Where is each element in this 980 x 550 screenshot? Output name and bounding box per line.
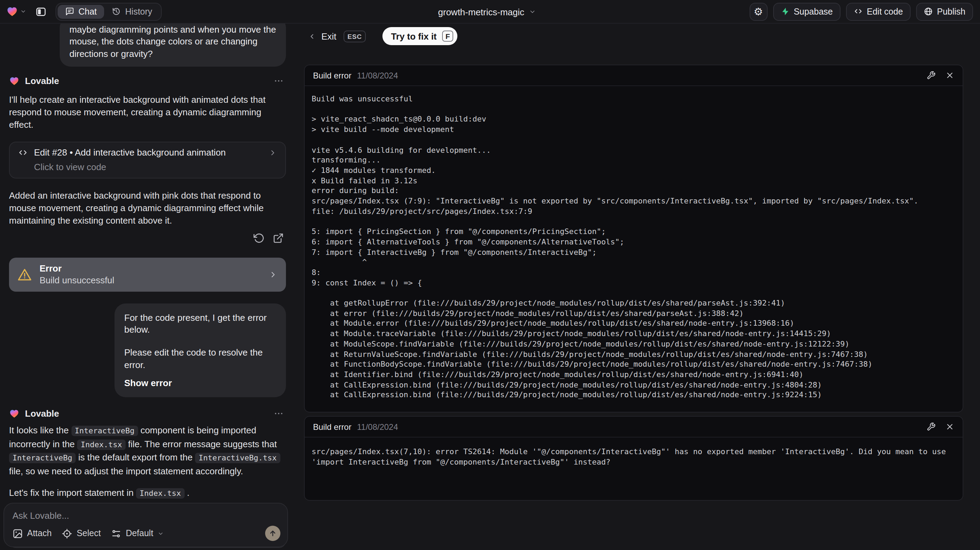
build-error-card-1: Build error 11/08/2024 Build was unsucce… bbox=[304, 65, 963, 413]
edit-code-button[interactable]: Edit code bbox=[846, 2, 911, 21]
chevron-left-icon bbox=[308, 32, 316, 40]
select-label: Select bbox=[77, 528, 101, 538]
more-options-icon[interactable] bbox=[274, 408, 284, 419]
error-overlay-panel: Exit ESC Try to fix it F Build error 11/… bbox=[294, 24, 980, 549]
user-message-line: For the code present, I get the error be… bbox=[124, 312, 276, 336]
topbar-left: Chat History bbox=[6, 2, 162, 21]
assistant-header: Lovable bbox=[9, 74, 286, 88]
assistant-paragraph: I'll help create an interactive backgrou… bbox=[9, 94, 286, 131]
gear-icon: ⚙ bbox=[754, 6, 763, 17]
fix-header: Exit ESC Try to fix it F bbox=[308, 27, 963, 45]
supabase-button[interactable]: Supabase bbox=[773, 2, 840, 21]
user-message-text: maybe diagramming points and when you mo… bbox=[69, 24, 276, 59]
topbar: Chat History growth-metrics-magic ⚙ Supa… bbox=[0, 0, 980, 24]
build-error-title: Build error bbox=[313, 422, 352, 432]
tab-chat[interactable]: Chat bbox=[57, 5, 105, 18]
assistant-name: Lovable bbox=[25, 76, 59, 86]
supabase-bolt-icon bbox=[780, 7, 789, 16]
user-message: maybe diagramming points and when you mo… bbox=[60, 24, 286, 67]
chat-input[interactable] bbox=[13, 510, 279, 526]
chevron-right-icon bbox=[269, 270, 278, 279]
assistant-paragraph: Added an interactive background with pin… bbox=[9, 190, 286, 227]
project-switcher[interactable]: growth-metrics-magic bbox=[438, 0, 536, 24]
edit-28-card[interactable]: Edit #28 • Add interactive background an… bbox=[9, 142, 286, 179]
view-code-label: Click to view code bbox=[34, 162, 277, 172]
edit-code-label: Edit code bbox=[867, 6, 903, 16]
topbar-right: ⚙ Supabase Edit code Publish bbox=[749, 2, 973, 21]
sidebar-toggle-button[interactable] bbox=[33, 3, 49, 20]
try-to-fix-label: Try to fix it bbox=[391, 31, 437, 41]
assistant-name: Lovable bbox=[25, 408, 59, 419]
edit-card-title: Edit #28 • Add interactive background an… bbox=[34, 148, 226, 158]
code-brackets-icon bbox=[18, 148, 28, 158]
open-external-icon[interactable] bbox=[273, 233, 284, 244]
publish-button[interactable]: Publish bbox=[916, 2, 973, 21]
code-brackets-icon bbox=[854, 7, 863, 16]
esc-key-badge: ESC bbox=[343, 30, 366, 42]
select-button[interactable]: Select bbox=[62, 528, 101, 539]
main-layout: maybe diagramming points and when you mo… bbox=[0, 24, 980, 549]
globe-icon bbox=[924, 7, 933, 16]
mode-label: Default bbox=[126, 528, 153, 538]
exit-button[interactable]: Exit bbox=[308, 31, 336, 41]
error-subtitle: Build unsuccessful bbox=[40, 275, 114, 286]
warning-triangle-icon bbox=[18, 267, 32, 282]
assistant-paragraph: It looks like the InteractiveBg componen… bbox=[9, 425, 286, 478]
chevron-down-icon bbox=[20, 8, 26, 14]
tab-history-label: History bbox=[125, 6, 152, 16]
image-icon bbox=[13, 528, 23, 539]
assistant-header: Lovable bbox=[9, 407, 286, 421]
build-error-banner[interactable]: Error Build unsuccessful bbox=[9, 258, 286, 292]
mode-dropdown[interactable]: Default bbox=[111, 528, 164, 539]
supabase-label: Supabase bbox=[794, 6, 833, 16]
settings-button[interactable]: ⚙ bbox=[749, 2, 767, 21]
view-switcher: Chat History bbox=[56, 2, 162, 21]
app-window: Chat History growth-metrics-magic ⚙ Supa… bbox=[0, 0, 980, 550]
tab-history[interactable]: History bbox=[105, 5, 160, 18]
attach-label: Attach bbox=[27, 528, 52, 538]
build-error-header: Build error 11/08/2024 bbox=[305, 417, 963, 437]
chevron-right-icon bbox=[269, 148, 277, 157]
chevron-down-icon bbox=[529, 8, 536, 15]
chat-panel: maybe diagramming points and when you mo… bbox=[0, 24, 294, 549]
publish-label: Publish bbox=[937, 6, 966, 16]
build-error-title: Build error bbox=[313, 70, 352, 80]
wrench-icon[interactable] bbox=[927, 71, 935, 80]
send-button[interactable] bbox=[265, 526, 280, 541]
error-texts: Error Build unsuccessful bbox=[40, 263, 114, 286]
message-actions bbox=[9, 233, 286, 244]
show-error-link[interactable]: Show error bbox=[124, 377, 276, 389]
lovable-heart-icon bbox=[9, 408, 19, 419]
history-clock-icon bbox=[112, 7, 121, 16]
build-log: src/pages/Index.tsx(7,10): error TS2614:… bbox=[305, 437, 963, 500]
build-log: Build was unsuccessful > vite_react_shad… bbox=[305, 86, 963, 412]
user-message-line: Please edit the code to resolve the erro… bbox=[124, 347, 276, 371]
build-error-header: Build error 11/08/2024 bbox=[305, 65, 963, 86]
exit-label: Exit bbox=[321, 31, 336, 41]
project-name: growth-metrics-magic bbox=[438, 6, 524, 17]
refresh-icon[interactable] bbox=[253, 233, 264, 244]
try-to-fix-button[interactable]: Try to fix it F bbox=[383, 27, 457, 45]
user-message: For the code present, I get the error be… bbox=[115, 303, 286, 398]
build-error-date: 11/08/2024 bbox=[357, 70, 398, 80]
attach-button[interactable]: Attach bbox=[13, 528, 52, 539]
lovable-heart-icon bbox=[9, 76, 19, 86]
chevron-down-icon bbox=[158, 530, 164, 536]
more-options-icon[interactable] bbox=[274, 76, 284, 86]
build-error-card-2: Build error 11/08/2024 src/pages/Index.t… bbox=[304, 416, 963, 501]
chat-bubble-icon bbox=[65, 7, 74, 16]
close-icon[interactable] bbox=[945, 71, 954, 80]
arrow-up-icon bbox=[269, 529, 277, 537]
lovable-menu[interactable] bbox=[6, 6, 26, 18]
f-key-badge: F bbox=[442, 30, 453, 41]
build-error-date: 11/08/2024 bbox=[357, 422, 398, 432]
edit-card-row: Edit #28 • Add interactive background an… bbox=[18, 147, 277, 158]
wrench-icon[interactable] bbox=[927, 422, 935, 431]
lovable-heart-icon bbox=[6, 6, 18, 18]
close-icon[interactable] bbox=[945, 422, 954, 431]
error-title: Error bbox=[40, 263, 114, 274]
composer-toolbar: Attach Select Default bbox=[13, 526, 280, 541]
target-icon bbox=[62, 528, 73, 539]
tab-chat-label: Chat bbox=[78, 6, 97, 16]
assistant-paragraph: Let's fix the import statement in Index.… bbox=[9, 487, 286, 501]
